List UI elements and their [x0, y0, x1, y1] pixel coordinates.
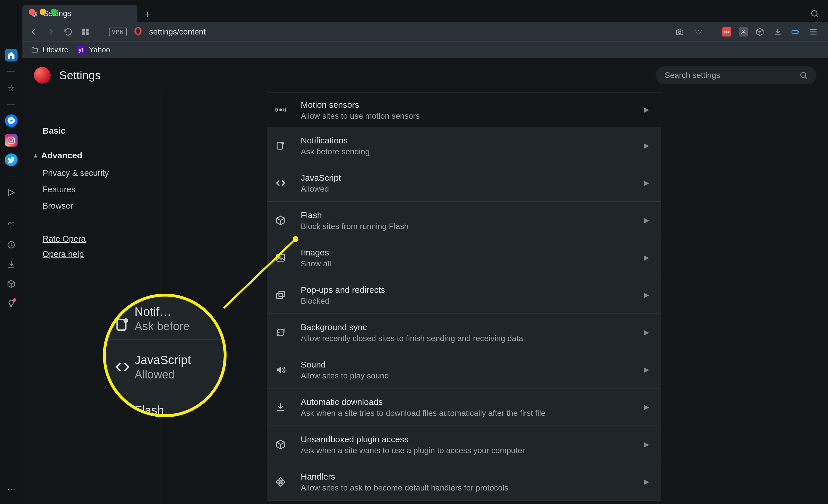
row-sub: Blocked: [301, 296, 633, 306]
row-popups[interactable]: Pop-ups and redirects Blocked ▶: [267, 276, 661, 314]
rail-cube-icon[interactable]: [5, 278, 17, 290]
row-images[interactable]: Images Show all ▶: [267, 239, 661, 276]
row-flash[interactable]: Flash Block sites from running Flash ▶: [267, 202, 661, 239]
nav-features[interactable]: Features: [23, 181, 160, 198]
rail-messenger-icon[interactable]: [5, 114, 17, 127]
svg-rect-11: [676, 30, 683, 35]
rail-history-icon[interactable]: [5, 238, 17, 251]
settings-nav: Basic ▴ Advanced Privacy & security Feat…: [23, 93, 160, 504]
nav-rate-opera[interactable]: Rate Opera: [23, 231, 160, 246]
chevron-right-icon: ▶: [644, 179, 649, 187]
row-motion-sensors[interactable]: Motion sensors Allow sites to use motion…: [267, 93, 661, 127]
row-title: Pop-ups and redirects: [301, 284, 633, 295]
url-text[interactable]: settings/content: [149, 27, 206, 37]
row-sound[interactable]: Sound Allow sites to play sound ▶: [267, 351, 661, 388]
chevron-right-icon: ▶: [644, 366, 649, 373]
svg-rect-19: [277, 254, 285, 261]
settings-search-input[interactable]: [664, 71, 799, 80]
row-title: Handlers: [301, 471, 633, 482]
sound-icon: [276, 365, 289, 375]
tab-search-button[interactable]: [810, 5, 828, 22]
row-sub: Allow sites to play sound: [301, 371, 633, 380]
downloads-button[interactable]: [773, 28, 784, 36]
svg-point-10: [136, 28, 140, 34]
rail-instagram-icon[interactable]: [5, 134, 17, 146]
new-tab-button[interactable]: ＋: [137, 5, 158, 22]
rail-more-icon[interactable]: ⋯: [5, 483, 17, 495]
row-title: Automatic downloads: [301, 396, 633, 407]
toolbar: VPN settings/content ♡ •••: [23, 22, 828, 41]
row-background-sync[interactable]: Background sync Allow recently closed si…: [267, 314, 661, 351]
snapshot-button[interactable]: [675, 28, 686, 36]
heart-button[interactable]: ♡: [693, 27, 704, 37]
row-sub: Ask when a site wants to use a plugin to…: [301, 446, 633, 455]
magnifier-callout: Notif… Ask before JavaScript Allowed: [103, 294, 226, 417]
extension-lastpass-icon[interactable]: •••: [722, 27, 732, 37]
settings-search[interactable]: [656, 66, 817, 84]
row-title: Images: [301, 247, 633, 258]
battery-saver-icon[interactable]: [791, 28, 801, 36]
rail-home-icon[interactable]: [5, 49, 17, 61]
rail-downloads-icon[interactable]: [5, 258, 17, 271]
row-automatic-downloads[interactable]: Automatic downloads Ask when a site trie…: [267, 388, 661, 426]
bookmark-lifewire[interactable]: Lifewire: [31, 45, 69, 54]
rail-twitter-icon[interactable]: [5, 153, 17, 166]
svg-point-1: [10, 139, 13, 142]
row-handlers[interactable]: Handlers Allow sites to ask to become de…: [267, 463, 661, 501]
svg-point-4: [812, 11, 817, 16]
speed-dial-button[interactable]: [81, 28, 91, 36]
rail-divider: [7, 209, 15, 209]
chevron-right-icon: ▶: [644, 441, 649, 448]
extension-generic-icon[interactable]: [739, 27, 748, 37]
row-unsandboxed-plugin[interactable]: Unsandboxed plugin access Ask when a sit…: [267, 426, 661, 463]
chevron-right-icon: ▶: [644, 217, 649, 224]
opera-url-icon: [134, 27, 142, 37]
chevron-up-icon: ▴: [34, 152, 37, 159]
nav-basic[interactable]: Basic: [23, 121, 160, 140]
easy-setup-button[interactable]: [809, 28, 819, 36]
notifications-icon: [115, 317, 134, 333]
vpn-badge[interactable]: VPN: [109, 28, 127, 36]
window-controls: [29, 9, 57, 15]
chevron-right-icon: ▶: [644, 142, 649, 149]
rail-divider: [7, 71, 15, 72]
row-sub: Ask when a site tries to download files …: [301, 409, 633, 418]
bookmark-label: Yahoo: [89, 45, 110, 54]
rail-bookmarks-icon[interactable]: ☆: [5, 82, 17, 94]
svg-rect-7: [82, 32, 85, 35]
nav-privacy[interactable]: Privacy & security: [23, 165, 160, 181]
row-javascript[interactable]: JavaScript Allowed ▶: [267, 164, 661, 202]
rail-heart-icon[interactable]: ♡: [5, 219, 17, 232]
back-button[interactable]: [29, 28, 40, 36]
nav-opera-help[interactable]: Opera help: [23, 246, 160, 262]
svg-rect-8: [86, 32, 89, 35]
image-icon: [276, 253, 289, 263]
rail-play-icon[interactable]: [5, 186, 17, 199]
rail-lightbulb-icon[interactable]: [5, 297, 17, 310]
plugin-icon: [276, 439, 289, 450]
row-title: Sound: [301, 359, 633, 370]
chevron-right-icon: ▶: [644, 478, 649, 486]
row-title: Background sync: [301, 322, 633, 333]
extensions-cube-icon[interactable]: [755, 28, 766, 36]
maximize-window-button[interactable]: [51, 9, 57, 15]
handlers-icon: [276, 477, 289, 487]
nav-advanced[interactable]: ▴ Advanced: [23, 146, 160, 165]
reload-button[interactable]: [64, 28, 74, 36]
row-notifications[interactable]: Notifications Ask before sending ▶: [267, 127, 661, 164]
minimize-window-button[interactable]: [40, 9, 46, 15]
bookmark-yahoo[interactable]: y! Yahoo: [77, 45, 110, 54]
svg-point-13: [743, 30, 744, 32]
close-window-button[interactable]: [29, 9, 35, 15]
chevron-right-icon: ▶: [644, 291, 649, 299]
row-sub: Allow sites to ask to become default han…: [301, 483, 633, 493]
download-icon: [276, 402, 289, 412]
svg-point-26: [124, 318, 128, 323]
rail-divider: [7, 104, 15, 104]
cube-icon: [276, 215, 289, 226]
chevron-right-icon: ▶: [644, 403, 649, 411]
chevron-right-icon: ▶: [644, 329, 649, 336]
svg-point-15: [801, 73, 806, 78]
nav-browser[interactable]: Browser: [23, 198, 160, 214]
settings-page: Settings Basic ▴ Advanced: [23, 58, 828, 504]
